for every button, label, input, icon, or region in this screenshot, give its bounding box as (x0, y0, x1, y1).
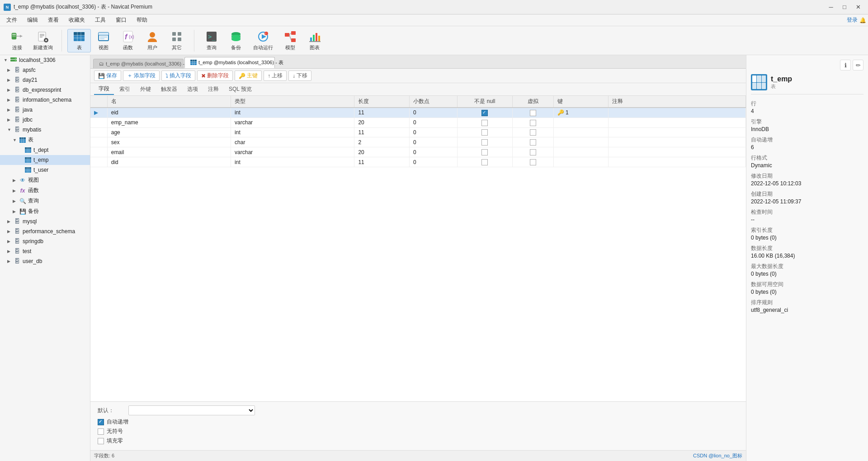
sidebar-item-backup-folder[interactable]: ▶ 💾 备份 (0, 206, 90, 216)
table-row[interactable]: email varchar 20 0 (90, 147, 746, 157)
query-button[interactable]: >_ 查询 (200, 29, 223, 52)
tab-2[interactable]: t_emp @mybatis (localhost_3306) - 表 (184, 57, 275, 68)
sidebar-item-db-expressprint[interactable]: ▶ 🗄 db_expressprint (0, 85, 90, 95)
menu-edit[interactable]: 编辑 (23, 15, 42, 25)
sidebar-item-t-emp[interactable]: ▶ t_emp (0, 155, 90, 165)
virtual-check-did[interactable] (530, 159, 536, 165)
sidebar-item-views-folder[interactable]: ▶ 👁 视图 (0, 175, 90, 185)
notnull-check-did[interactable] (481, 159, 488, 165)
sub-tab-comments[interactable]: 注释 (203, 84, 223, 94)
user-button[interactable]: 用户 (141, 29, 164, 52)
field-virtual-did[interactable] (512, 157, 553, 167)
virtual-check-eid[interactable] (530, 110, 536, 116)
notnull-check-sex[interactable] (481, 139, 488, 146)
insert-field-button[interactable]: ⤵ 插入字段 (161, 71, 195, 81)
field-notnull-empname[interactable] (458, 118, 512, 127)
sidebar-item-queries-folder[interactable]: ▶ 🔍 查询 (0, 196, 90, 206)
edit-icon-button[interactable]: ✏ (853, 60, 863, 71)
menu-favorites[interactable]: 收藏夹 (64, 15, 90, 25)
tab-1[interactable]: 🗂 t_emp @mybatis (localhost_3306) - ... (93, 59, 184, 68)
sub-tab-fields[interactable]: 字段 (94, 84, 114, 95)
close-button[interactable]: ✕ (852, 2, 864, 12)
notnull-check-empname[interactable] (481, 120, 488, 126)
sidebar-item-jdbc[interactable]: ▶ 🗄 jdbc (0, 115, 90, 125)
sidebar-item-mybatis[interactable]: ▼ 🗄 mybatis (0, 125, 90, 135)
backup-button[interactable]: 备份 (224, 29, 248, 52)
sub-tab-triggers[interactable]: 触发器 (156, 84, 182, 94)
field-notnull-age[interactable] (458, 127, 512, 137)
delete-field-button[interactable]: ✖ 删除字段 (197, 71, 233, 81)
virtual-check-empname[interactable] (530, 120, 536, 126)
menu-window[interactable]: 窗口 (111, 15, 131, 25)
other-button[interactable]: 其它 (165, 29, 189, 52)
sidebar-item-t-user[interactable]: ▶ t_user (0, 165, 90, 175)
notnull-check-eid[interactable] (481, 110, 488, 116)
sub-tab-foreign-keys[interactable]: 外键 (136, 84, 156, 94)
default-select[interactable] (128, 405, 255, 415)
sub-tab-indexes[interactable]: 索引 (115, 84, 135, 94)
table-row[interactable]: ▶ eid int 11 0 🔑 1 (90, 108, 746, 118)
chart-button[interactable]: 图表 (303, 29, 326, 52)
move-up-button[interactable]: ↑ 上移 (264, 71, 287, 81)
field-virtual-email[interactable] (512, 147, 553, 157)
sidebar-item-test[interactable]: ▶ 🗄 test (0, 246, 90, 256)
field-notnull-email[interactable] (458, 147, 512, 157)
func-button[interactable]: f (x) 函数 (116, 29, 140, 52)
table-icon-t-user (24, 166, 32, 174)
autorun-button[interactable]: ! 自动运行 (249, 29, 278, 52)
sidebar-item-java[interactable]: ▶ 🗄 java (0, 105, 90, 115)
table-button[interactable]: 表 (67, 29, 91, 52)
sub-tab-sql-preview[interactable]: SQL 预览 (224, 84, 256, 94)
field-virtual-sex[interactable] (512, 137, 553, 147)
rp-created-section: 创建日期 2022-12-05 11:09:37 (751, 190, 863, 205)
table-row[interactable]: emp_name varchar 20 0 (90, 118, 746, 127)
minimize-button[interactable]: ─ (825, 2, 837, 12)
virtual-check-age[interactable] (530, 129, 536, 136)
table-row[interactable]: age int 11 0 (90, 127, 746, 137)
springdb-arrow: ▶ (7, 239, 12, 244)
field-virtual-empname[interactable] (512, 118, 553, 127)
sidebar-item-functions-folder[interactable]: ▶ fx 函数 (0, 185, 90, 196)
notification-icon[interactable]: 🔔 (859, 17, 866, 24)
sidebar-item-apsfc[interactable]: ▶ 🗄 apsfc (0, 65, 90, 75)
notnull-check-age[interactable] (481, 129, 488, 136)
menu-file[interactable]: 文件 (2, 15, 22, 25)
virtual-check-sex[interactable] (530, 139, 536, 146)
virtual-check-email[interactable] (530, 149, 536, 155)
view-button[interactable]: 视图 (92, 29, 115, 52)
connect-button[interactable]: 连接 (5, 29, 29, 52)
table-row[interactable]: sex char 2 0 (90, 137, 746, 147)
sidebar-item-springdb[interactable]: ▶ 🗄 springdb (0, 236, 90, 246)
field-notnull-eid[interactable] (458, 108, 512, 118)
menu-view[interactable]: 查看 (43, 15, 63, 25)
model-button[interactable]: 模型 (278, 29, 302, 52)
sidebar-item-day21[interactable]: ▶ 🗄 day21 (0, 75, 90, 85)
move-down-button[interactable]: ↓ 下移 (288, 71, 311, 81)
sub-tab-options[interactable]: 选项 (183, 84, 203, 94)
sidebar-item-user-db[interactable]: ▶ 🗄 user_db (0, 256, 90, 266)
field-virtual-eid[interactable] (512, 108, 553, 118)
sidebar-item-information-schema[interactable]: ▶ 🗄 information_schema (0, 95, 90, 105)
sidebar-item-performance-schema[interactable]: ▶ 🗄 performance_schema (0, 226, 90, 236)
sidebar-root[interactable]: ▼ localhost_3306 (0, 55, 90, 65)
save-button[interactable]: 💾 保存 (94, 71, 121, 81)
unsigned-checkbox[interactable] (98, 428, 104, 435)
sidebar-item-t-dept[interactable]: ▶ t_dept (0, 145, 90, 155)
sidebar-item-tables-folder[interactable]: ▼ 表 (0, 135, 90, 145)
sidebar-item-mysql[interactable]: ▶ 🗄 mysql (0, 216, 90, 226)
zero-fill-checkbox[interactable] (98, 438, 104, 444)
menu-help[interactable]: 帮助 (132, 15, 152, 25)
field-notnull-sex[interactable] (458, 137, 512, 147)
new-query-button[interactable]: 新建查询 (30, 29, 56, 52)
info-icon-button[interactable]: ℹ (840, 60, 851, 71)
maximize-button[interactable]: □ (838, 2, 851, 12)
table-row[interactable]: did int 11 0 (90, 157, 746, 167)
login-button[interactable]: 登录 (847, 16, 858, 24)
menu-tools[interactable]: 工具 (90, 15, 110, 25)
auto-increment-checkbox[interactable]: ✓ (98, 419, 104, 425)
add-field-button[interactable]: ＋ 添加字段 (123, 71, 160, 81)
notnull-check-email[interactable] (481, 149, 488, 155)
primary-key-button[interactable]: 🔑 主键 (235, 71, 262, 81)
field-virtual-age[interactable] (512, 127, 553, 137)
field-notnull-did[interactable] (458, 157, 512, 167)
